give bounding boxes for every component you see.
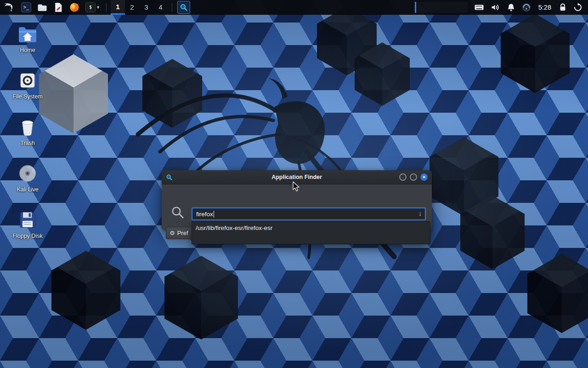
terminal-icon: $ xyxy=(85,2,96,12)
desktop-icon-label: Floppy Disk xyxy=(12,233,42,239)
panel-separator xyxy=(106,3,107,12)
firefox-launcher-button[interactable] xyxy=(69,2,80,13)
trash-icon xyxy=(17,116,39,138)
firefox-icon xyxy=(69,2,80,13)
preferences-label: Pref xyxy=(177,230,188,236)
system-tray: 5:28 xyxy=(474,3,582,12)
workspace-3-button[interactable]: 3 xyxy=(139,0,153,15)
workspace-2-button[interactable]: 2 xyxy=(125,0,139,15)
tasklist-active-window-indicator[interactable] xyxy=(415,2,468,13)
desktop-icon-label: Kali Live xyxy=(17,186,38,193)
text-editor-icon xyxy=(53,2,64,13)
lock-icon[interactable] xyxy=(559,3,567,12)
drive-icon xyxy=(17,69,39,92)
desktop-icon-label: Trash xyxy=(20,140,35,146)
desktop-icon-file-system[interactable]: File System xyxy=(6,69,49,100)
workspace-1-button[interactable]: 1 xyxy=(111,0,125,15)
top-panel: >_ $ ▾ 1 2 3 xyxy=(0,0,588,15)
terminal-dropdown-launcher-button[interactable]: $ xyxy=(85,2,96,13)
notifications-bell-icon[interactable] xyxy=(507,3,515,12)
desktop-icon-trash[interactable]: Trash xyxy=(6,116,49,146)
search-input[interactable]: firefox ↓ xyxy=(192,207,426,220)
shell-prompt-glyph: $ xyxy=(89,5,92,10)
window-title: Application Finder xyxy=(162,174,432,180)
kali-menu-button[interactable] xyxy=(3,1,15,13)
close-button[interactable]: ✕ xyxy=(420,173,428,181)
search-query-text: firefox xyxy=(196,211,213,218)
desktop-icon-home[interactable]: Home xyxy=(6,23,49,53)
desktop-icon-floppy-disk[interactable]: Floppy Disk xyxy=(6,209,49,239)
window-icon xyxy=(166,173,173,181)
search-icon xyxy=(180,3,188,12)
result-item[interactable]: /usr/lib/firefox-esr/firefox-esr xyxy=(192,222,430,234)
terminal-prompt-glyph: >_ xyxy=(23,5,29,10)
desktop-icon-label: Home xyxy=(20,47,35,53)
folder-icon xyxy=(37,2,48,13)
application-finder-window: Application Finder ✕ firefox ↓ ⚙ Pref /u… xyxy=(162,170,432,230)
text-editor-launcher-button[interactable] xyxy=(53,2,64,13)
kali-logo-icon xyxy=(3,1,15,13)
close-icon: ✕ xyxy=(422,175,426,179)
panel-separator xyxy=(172,3,172,12)
logout-icon[interactable] xyxy=(573,3,582,12)
gear-icon: ⚙ xyxy=(170,230,175,236)
floppy-icon xyxy=(17,209,39,231)
chevron-down-icon[interactable]: ▾ xyxy=(97,5,99,10)
titlebar[interactable]: Application Finder ✕ xyxy=(162,170,432,184)
clock[interactable]: 5:28 xyxy=(537,4,552,11)
application-finder-panel-button[interactable] xyxy=(177,1,190,14)
desktop-icon-column: Home File System Trash xyxy=(6,23,49,239)
desktop-icon-kali-live[interactable]: Kali Live xyxy=(6,162,49,193)
disc-icon xyxy=(17,162,39,184)
text-caret xyxy=(214,211,214,218)
search-icon xyxy=(171,206,185,219)
volume-icon[interactable] xyxy=(491,3,500,12)
maximize-button[interactable] xyxy=(410,173,417,181)
network-icon[interactable] xyxy=(522,3,531,12)
workspace-4-button[interactable]: 4 xyxy=(153,0,168,15)
home-folder-icon xyxy=(17,23,39,45)
finder-body: firefox ↓ ⚙ Pref /usr/lib/firefox-esr/fi… xyxy=(162,184,432,230)
file-manager-launcher-button[interactable] xyxy=(37,2,48,13)
terminal-launcher-button[interactable]: >_ xyxy=(21,2,32,13)
window-controls: ✕ xyxy=(399,173,428,181)
completion-dropdown: /usr/lib/firefox-esr/firefox-esr xyxy=(192,221,430,244)
minimize-button[interactable] xyxy=(399,173,407,181)
keyboard-icon[interactable] xyxy=(474,3,484,12)
terminal-icon: >_ xyxy=(21,2,31,12)
combo-arrow-icon[interactable]: ↓ xyxy=(418,210,422,217)
desktop-icon-label: File System xyxy=(12,93,42,100)
